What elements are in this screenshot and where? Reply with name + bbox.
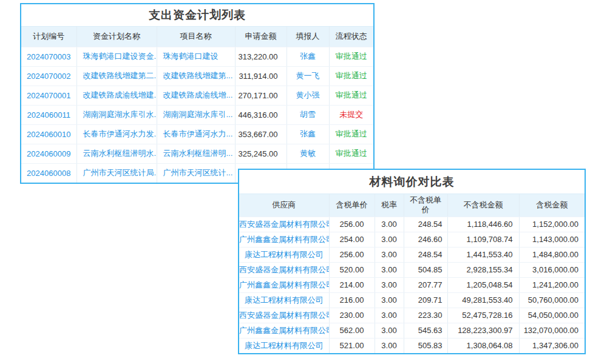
net-amount-cell: 1,308,064.08 (447, 338, 519, 353)
amount-cell: 311,914.00 (235, 66, 287, 86)
plan-id-link[interactable]: 2024060009 (27, 149, 70, 158)
project-name-link[interactable]: 改建铁路线增建第... (163, 71, 233, 80)
project-name-link[interactable]: 湖南洞庭湖水库引... (163, 110, 233, 119)
net-amount-cell: 128,223,300.97 (447, 323, 519, 338)
reporter-link[interactable]: 张鑫 (300, 129, 316, 138)
reporter-link[interactable]: 张鑫 (300, 52, 316, 61)
plan-table-row[interactable]: 2024060011 湖南洞庭湖水库引水... 湖南洞庭湖水库引... 446,… (21, 105, 373, 124)
plan-header-status: 流程状态 (329, 27, 373, 47)
quote-table-row[interactable]: 西安盛器金属材料有限公司 256.00 3.00 248.54 1,118,44… (239, 217, 585, 232)
amount-cell: 353,667.00 (235, 124, 287, 144)
net-unit-price-cell: 246.60 (404, 232, 447, 247)
plan-header-project: 项目名称 (157, 27, 235, 47)
plan-header-reporter: 填报人 (287, 27, 329, 47)
plan-table: 计划编号 资金计划名称 项目名称 申请金额 填报人 流程状态 202407000… (21, 27, 373, 183)
plan-name-link[interactable]: 湖南洞庭湖水库引水... (83, 110, 157, 119)
quote-table: 供应商 含税单价 税率 不含税单价 不含税金额 含税金额 西安盛器金属材料有限公… (239, 194, 585, 353)
project-name-link[interactable]: 云南水利枢纽潜明... (163, 149, 233, 158)
amount-cell: 270,171.00 (235, 86, 287, 105)
plan-table-row[interactable]: 2024070002 改建铁路线增建第二... 改建铁路线增建第... 311,… (21, 66, 373, 86)
quote-table-row[interactable]: 广州鑫鑫金属材料有限公司 562.00 3.00 545.63 128,223,… (239, 323, 585, 338)
status-badge: 审批通过 (329, 47, 373, 66)
supplier-link[interactable]: 康达工程材料有限公司 (245, 250, 324, 259)
unit-price-cell: 216.00 (329, 292, 375, 308)
project-name-link[interactable]: 珠海鹤港口建设 (163, 52, 219, 61)
tax-rate-cell: 3.00 (375, 338, 404, 353)
gross-amount-cell: 1,152,000.00 (519, 217, 585, 232)
plan-name-link[interactable]: 改建铁路成渝线增建... (83, 90, 157, 99)
supplier-link[interactable]: 广州鑫鑫金属材料有限公司 (239, 280, 329, 289)
quote-table-row[interactable]: 广州鑫鑫金属材料有限公司 254.00 3.00 246.60 1,109,70… (239, 232, 585, 247)
tax-rate-cell: 3.00 (375, 323, 404, 338)
amount-cell: 325,245.00 (235, 144, 287, 163)
status-badge: 未提交 (329, 105, 373, 124)
net-unit-price-cell: 207.77 (404, 277, 447, 292)
plan-table-row[interactable]: 2024060010 长春市伊通河水力发... 长春市伊通河水力... 353,… (21, 124, 373, 144)
status-badge: 审批通过 (329, 86, 373, 105)
plan-id-link[interactable]: 2024060011 (27, 110, 70, 120)
net-amount-cell: 2,928,155.34 (447, 262, 519, 277)
tax-rate-cell: 3.00 (375, 247, 404, 262)
plan-table-header-row: 计划编号 资金计划名称 项目名称 申请金额 填报人 流程状态 (21, 27, 373, 47)
quote-table-row[interactable]: 西安盛器金属材料有限公司 230.00 3.00 223.30 52,475,7… (239, 308, 585, 323)
quote-table-title: 材料询价对比表 (239, 170, 585, 194)
plan-name-link[interactable]: 改建铁路线增建第二... (83, 71, 157, 80)
supplier-link[interactable]: 西安盛器金属材料有限公司 (239, 311, 329, 320)
net-unit-price-cell: 223.30 (404, 308, 447, 323)
unit-price-cell: 256.00 (329, 247, 375, 262)
supplier-link[interactable]: 西安盛器金属材料有限公司 (239, 220, 329, 229)
net-amount-cell: 1,441,553.40 (447, 247, 519, 262)
plan-header-amount: 申请金额 (235, 27, 287, 47)
reporter-link[interactable]: 胡雪 (300, 110, 316, 119)
gross-amount-cell: 132,070,000.00 (519, 323, 585, 338)
quote-table-row[interactable]: 康达工程材料有限公司 521.00 3.00 505.83 1,308,064.… (239, 338, 585, 353)
net-unit-price-cell: 248.54 (404, 247, 447, 262)
plan-id-link[interactable]: 2024060010 (27, 130, 70, 139)
reporter-link[interactable]: 黄一飞 (296, 71, 320, 80)
net-unit-price-cell: 209.71 (404, 292, 447, 308)
plan-header-id: 计划编号 (21, 27, 76, 47)
plan-name-link[interactable]: 长春市伊通河水力发... (83, 129, 157, 138)
supplier-link[interactable]: 西安盛器金属材料有限公司 (239, 265, 329, 274)
tax-rate-cell: 3.00 (375, 292, 404, 308)
quote-table-panel: 材料询价对比表 供应商 含税单价 税率 不含税单价 不含税金额 含税金额 西安盛… (238, 169, 586, 354)
unit-price-cell: 254.00 (329, 232, 375, 247)
unit-price-cell: 521.00 (329, 338, 375, 353)
plan-id-link[interactable]: 2024060008 (27, 169, 70, 178)
net-unit-price-cell: 248.54 (404, 217, 447, 232)
plan-id-link[interactable]: 2024070002 (27, 72, 70, 81)
quote-table-row[interactable]: 康达工程材料有限公司 216.00 3.00 209.71 49,281,553… (239, 292, 585, 308)
plan-name-link[interactable]: 云南水利枢纽潜明水... (83, 149, 157, 158)
plan-id-link[interactable]: 2024070003 (27, 52, 70, 61)
project-name-link[interactable]: 长春市伊通河水力... (163, 129, 233, 138)
quote-table-row[interactable]: 康达工程材料有限公司 256.00 3.00 248.54 1,441,553.… (239, 247, 585, 262)
net-unit-price-cell: 505.83 (404, 338, 447, 353)
supplier-link[interactable]: 广州鑫鑫金属材料有限公司 (239, 326, 329, 335)
gross-amount-cell: 1,241,200.00 (519, 277, 585, 292)
unit-price-cell: 256.00 (329, 217, 375, 232)
unit-price-cell: 520.00 (329, 262, 375, 277)
plan-name-link[interactable]: 珠海鹤港口建设资金... (83, 52, 157, 61)
unit-price-cell: 230.00 (329, 308, 375, 323)
net-unit-price-cell: 504.85 (404, 262, 447, 277)
amount-cell: 313,220.00 (235, 47, 287, 66)
quote-table-row[interactable]: 西安盛器金属材料有限公司 520.00 3.00 504.85 2,928,15… (239, 262, 585, 277)
gross-amount-cell: 50,760,000.00 (519, 292, 585, 308)
plan-table-row[interactable]: 2024060009 云南水利枢纽潜明水... 云南水利枢纽潜明... 325,… (21, 144, 373, 163)
net-amount-cell: 49,281,553.40 (447, 292, 519, 308)
supplier-link[interactable]: 康达工程材料有限公司 (245, 295, 324, 305)
supplier-link[interactable]: 广州鑫鑫金属材料有限公司 (239, 235, 329, 244)
plan-table-row[interactable]: 2024070003 珠海鹤港口建设资金... 珠海鹤港口建设 313,220.… (21, 47, 373, 66)
plan-table-row[interactable]: 2024070001 改建铁路成渝线增建... 改建铁路成渝线增... 270,… (21, 86, 373, 105)
project-name-link[interactable]: 改建铁路成渝线增... (163, 90, 233, 99)
reporter-link[interactable]: 黄小强 (296, 90, 320, 99)
quote-table-row[interactable]: 广州鑫鑫金属材料有限公司 214.00 3.00 207.77 1,205,04… (239, 277, 585, 292)
status-badge: 审批通过 (329, 144, 373, 163)
plan-id-link[interactable]: 2024070001 (27, 91, 70, 100)
project-name-link[interactable]: 广州市天河区统计... (163, 168, 233, 177)
supplier-link[interactable]: 康达工程材料有限公司 (245, 341, 324, 350)
reporter-link[interactable]: 黄敏 (300, 149, 316, 158)
plan-name-link[interactable]: 广州市天河区统计局... (83, 168, 157, 177)
gross-amount-cell: 1,347,306.00 (519, 338, 585, 353)
net-amount-cell: 1,109,708.74 (447, 232, 519, 247)
